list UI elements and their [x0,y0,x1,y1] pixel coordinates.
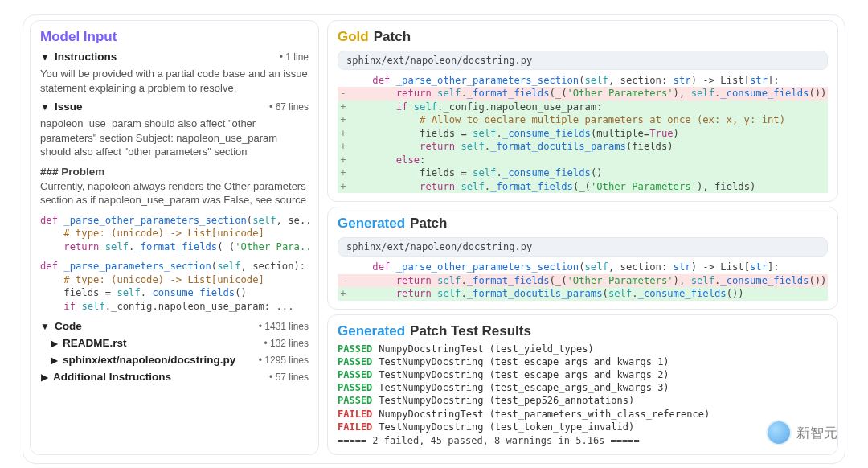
diff-line: + return self._format_docutils_params(se… [338,287,828,300]
test-result-name: TestNumpyDocstring (test_escape_args_and… [379,355,669,368]
figure-panel-group: Model Input ▼ Instructions • 1 line You … [23,14,845,464]
additional-instructions-meta: • 57 lines [269,372,309,383]
code-section-row[interactable]: ▼ Code • 1431 lines [40,318,309,335]
gold-patch-diff: def _parse_other_parameters_section(self… [338,74,828,193]
diff-line: + return self._format_docutils_params(fi… [338,140,828,153]
code-file-name: README.rst [63,337,127,349]
code-file-name: sphinx/ext/napoleon/docstring.py [63,354,235,366]
instructions-row[interactable]: ▼ Instructions • 1 line [40,48,309,65]
diff-line: + if self._config.napoleon_use_param: [338,101,828,113]
code-file-meta: • 132 lines [264,338,309,349]
instructions-body: You will be provided with a partial code… [40,65,309,98]
generated-patch-title-rest: Patch [410,216,447,232]
caret-right-icon: ▶ [40,372,48,383]
additional-instructions-row[interactable]: ▶ Additional Instructions • 57 lines [40,368,309,385]
diff-line: def _parse_other_parameters_section(self… [338,74,828,87]
gold-patch-title: Gold Patch [338,27,828,48]
diff-line: + # Allow to declare multiple parameters… [338,113,828,126]
test-result-name: TestNumpyDocstring (test_escape_args_and… [379,381,669,394]
generated-patch-panel: Generated Patch sphinx/ext/napoleon/docs… [327,207,838,309]
generated-patch-path: sphinx/ext/napoleon/docstring.py [338,237,828,257]
generated-patch-diff: def _parse_other_parameters_section(self… [338,261,828,300]
issue-body-1: napoleon_use_param should also affect "o… [40,115,309,162]
test-result-name: TestNumpyDocstring (test_escape_args_and… [379,368,669,381]
diff-line: + fields = self._consume_fields() [338,166,828,179]
test-results-list: PASSEDNumpyDocstringTest (test_yield_typ… [338,343,828,433]
test-result-line: PASSEDTestNumpyDocstring (test_pep526_an… [338,394,828,407]
test-result-name: NumpyDocstringTest (test_yield_types) [379,343,593,355]
caret-down-icon: ▼ [40,101,50,113]
test-result-line: FAILEDNumpyDocstringTest (test_parameter… [338,408,828,421]
model-input-title: Model Input [40,27,309,48]
issue-row[interactable]: ▼ Issue • 67 lines [40,98,309,115]
code-file-list: ▶README.rst• 132 lines▶sphinx/ext/napole… [40,335,309,368]
instructions-label: Instructions [55,51,117,63]
caret-right-icon: ▶ [50,338,58,349]
status-passed: PASSED [338,355,372,368]
test-result-line: PASSEDNumpyDocstringTest (test_yield_typ… [338,343,828,355]
diff-line: def _parse_other_parameters_section(self… [338,261,828,273]
test-result-line: PASSEDTestNumpyDocstring (test_escape_ar… [338,355,828,368]
code-section-label: Code [55,320,82,332]
gold-patch-title-accent: Gold [338,29,369,45]
code-section-meta: • 1431 lines [259,321,309,332]
instructions-meta: • 1 line [280,51,309,63]
test-results-title: Generated Patch Test Results [338,322,828,343]
caret-right-icon: ▶ [50,355,58,366]
issue-code-snippet-1: def _parse_other_parameters_section(self… [40,211,309,257]
caret-down-icon: ▼ [40,321,50,332]
test-result-name: NumpyDocstringTest (test_parameters_with… [379,408,710,421]
issue-meta: • 67 lines [269,101,309,113]
status-passed: PASSED [338,394,372,407]
figure-caption: Figure 6: We show an example of an forma… [23,464,845,468]
model-input-panel: Model Input ▼ Instructions • 1 line You … [30,20,319,455]
code-file-meta: • 1295 lines [259,355,309,366]
additional-instructions-label: Additional Instructions [53,371,171,383]
status-failed: FAILED [338,421,372,433]
test-result-line: PASSEDTestNumpyDocstring (test_escape_ar… [338,368,828,381]
issue-body-2: Currently, napoleon always renders the O… [40,178,309,211]
diff-line: + return self._format_fields(_('Other Pa… [338,180,828,193]
status-failed: FAILED [338,408,372,421]
source-watermark: 新智元 [766,420,837,445]
diff-line: + else: [338,154,828,166]
gold-patch-title-rest: Patch [374,29,411,45]
diff-line: - return self._format_fields(_('Other Pa… [338,87,828,100]
generated-patch-title-accent: Generated [338,216,405,232]
code-file-row[interactable]: ▶README.rst• 132 lines [50,335,309,351]
issue-code-snippet-2: def _parse_parameters_section(self, sect… [40,257,309,318]
issue-problem-heading: ### Problem [40,162,309,178]
test-results-title-accent: Generated [338,323,405,339]
status-passed: PASSED [338,343,372,355]
diff-line: + fields = self._consume_fields(multiple… [338,127,828,140]
gold-patch-path: sphinx/ext/napoleon/docstring.py [338,51,828,70]
test-result-line: PASSEDTestNumpyDocstring (test_escape_ar… [338,381,828,394]
code-file-row[interactable]: ▶sphinx/ext/napoleon/docstring.py• 1295 … [50,351,309,368]
generated-patch-title: Generated Patch [338,214,828,235]
test-result-line: FAILEDTestNumpyDocstring (test_token_typ… [338,421,828,433]
avatar-icon [766,420,792,445]
issue-label: Issue [55,101,83,113]
test-result-name: TestNumpyDocstring (test_token_type_inva… [379,421,634,433]
test-results-summary: ===== 2 failed, 45 passed, 8 warnings in… [338,433,828,446]
gold-patch-panel: Gold Patch sphinx/ext/napoleon/docstring… [327,20,838,202]
test-results-title-rest: Patch Test Results [410,323,531,339]
test-results-panel: Generated Patch Test Results PASSEDNumpy… [327,314,838,455]
diff-line: - return self._format_fields(_('Other Pa… [338,274,828,287]
test-result-name: TestNumpyDocstring (test_pep526_annotati… [379,394,634,407]
model-input-title-text: Model Input [40,29,117,45]
status-passed: PASSED [338,381,372,394]
watermark-text: 新智元 [796,424,837,442]
caret-down-icon: ▼ [40,51,50,63]
status-passed: PASSED [338,368,372,381]
